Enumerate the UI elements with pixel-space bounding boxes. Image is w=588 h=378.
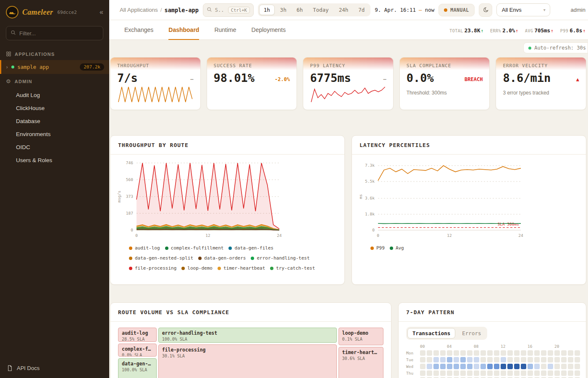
treemap-tile-name: loop-demo <box>342 330 380 336</box>
svg-text:0: 0 <box>377 233 379 238</box>
global-search[interactable]: S... Ctrl+K <box>203 3 254 17</box>
legend-item-timer-heartbeat[interactable]: timer-heartbeat <box>218 265 265 271</box>
kpi-subtext: 3 error types tracked <box>503 90 579 96</box>
legend-dot <box>228 247 232 250</box>
heatmap-cell <box>554 350 560 356</box>
sidebar-collapse-button[interactable]: « <box>100 8 103 16</box>
toggle-errors[interactable]: Errors <box>457 328 486 339</box>
time-range-today[interactable]: Today <box>308 5 333 15</box>
charts-row: THROUGHPUT BY ROUTE 746560373187001224ms… <box>110 135 586 285</box>
heatmap: 000408121620MonTueWedThuFriSatSun <box>399 341 586 378</box>
legend-item-loop-demo[interactable]: loop-demo <box>181 265 213 271</box>
legend-item-data-gen-orders[interactable]: data-gen-orders <box>198 255 246 261</box>
time-range-24h[interactable]: 24h <box>334 5 353 15</box>
heatmap-cell <box>507 370 513 376</box>
search-icon <box>10 29 16 37</box>
heatmap-hour-label <box>568 344 573 349</box>
legend-item-data-gen-nested-split[interactable]: data-gen-nested-split <box>129 255 193 261</box>
treemap-tile-error-handling-test[interactable]: error-handling-test100.0% SLA <box>158 328 337 343</box>
refresh-row: Auto-refresh: 30s <box>110 40 586 57</box>
heatmap-day-label: Mon <box>406 351 419 355</box>
time-range-7d[interactable]: 7d <box>354 5 369 15</box>
treemap: audit-log28.5% SLAcomplex-fulfil...0.0% … <box>110 322 391 378</box>
legend-item-p99[interactable]: P99 <box>370 245 385 251</box>
heatmap-cell <box>487 357 493 362</box>
tab-runtime[interactable]: Runtime <box>214 20 236 40</box>
sidebar-item-sample-app[interactable]: › sample app 207.2k <box>0 60 109 74</box>
search-icon <box>207 6 212 14</box>
svg-text:24: 24 <box>518 233 523 238</box>
heatmap-cell <box>548 357 553 362</box>
heatmap-cell <box>521 357 526 362</box>
legend-item-complex-fulfillment[interactable]: complex-fulfillment <box>165 245 224 251</box>
heatmap-hour-label: 00 <box>420 344 425 349</box>
heatmap-cell <box>460 357 466 362</box>
sidebar-item-environments[interactable]: Environments <box>0 128 109 141</box>
heatmap-cell <box>534 357 540 362</box>
user-menu[interactable]: admin <box>571 7 586 13</box>
heatmap-cell <box>467 370 472 376</box>
time-range-1h[interactable]: 1h <box>259 5 275 15</box>
date-range[interactable]: 9. Apr. 16:11 — now <box>375 7 434 13</box>
heatmap-cell <box>447 364 452 369</box>
sidebar-item-clickhouse[interactable]: ClickHouse <box>0 102 109 115</box>
applications-section-header: APPLICATIONS <box>0 47 109 60</box>
kpi-side-indicator: – <box>383 76 386 84</box>
heatmap-cell <box>480 357 486 362</box>
tab-dashboard[interactable]: Dashboard <box>168 20 199 40</box>
time-range-3h[interactable]: 3h <box>276 5 291 15</box>
kpi-error-velocity: ERROR VELOCITY 8.6/min ▲ 3 error types t… <box>496 57 586 110</box>
legend-item-error-handling-test[interactable]: error-handling-test <box>251 255 310 261</box>
treemap-tile-timer-heartbeat[interactable]: timer-heartbeat30.6% SLA <box>339 347 383 378</box>
breadcrumb-root[interactable]: All Applications <box>120 7 158 13</box>
legend-item-file-processing[interactable]: file-processing <box>129 265 176 271</box>
treemap-tile-sla: 28.5% SLA <box>122 337 153 341</box>
legend-item-avg[interactable]: Avg <box>390 245 404 251</box>
legend-dot <box>390 247 393 250</box>
tab-deployments[interactable]: Deployments <box>252 20 286 40</box>
kpi-side-indicator: – <box>190 76 193 84</box>
heatmap-cell <box>575 364 580 369</box>
legend-item-data-gen-files[interactable]: data-gen-files <box>228 245 273 251</box>
heatmap-cell <box>440 357 446 362</box>
sidebar-item-users-roles[interactable]: Users & Roles <box>0 154 109 167</box>
heatmap-hour-label <box>454 344 459 349</box>
treemap-tile-complex-fulfil[interactable]: complex-fulfil...0.0% SLA <box>118 344 157 357</box>
heatmap-cell <box>474 364 479 369</box>
auto-refresh-control[interactable]: Auto-refresh: 30s <box>523 42 588 53</box>
search-input[interactable]: S... <box>215 7 225 13</box>
heatmap-cell <box>460 350 466 356</box>
legend-item-audit-log[interactable]: audit-log <box>129 245 160 251</box>
cameleer-logo-icon <box>6 6 18 18</box>
heatmap-cell <box>420 364 425 369</box>
toggle-transactions[interactable]: Transactions <box>407 328 455 339</box>
treemap-tile-data-gen-files[interactable]: data-gen-files100.0% SLA <box>118 358 157 378</box>
env-select[interactable]: All Envs ▾ <box>496 3 550 16</box>
treemap-tile-loop-demo[interactable]: loop-demo0.1% SLA <box>339 328 383 345</box>
heatmap-cell <box>507 364 513 369</box>
sidebar-item-api-docs[interactable]: API Docs <box>0 358 109 378</box>
filter-input[interactable] <box>19 30 99 37</box>
sidebar-filter[interactable] <box>6 26 103 40</box>
heatmap-cell <box>575 370 580 376</box>
treemap-tile-audit-log[interactable]: audit-log28.5% SLA <box>118 328 157 342</box>
svg-text:5.5k: 5.5k <box>365 179 375 184</box>
time-range-6h[interactable]: 6h <box>292 5 307 15</box>
sidebar-item-oidc[interactable]: OIDC <box>0 141 109 154</box>
kpi-value: 6775ms <box>310 72 351 84</box>
tab-exchanges[interactable]: Exchanges <box>124 20 153 40</box>
heatmap-cell <box>494 357 499 362</box>
treemap-tile-sla: 100.0% SLA <box>122 368 153 372</box>
heatmap-cell <box>433 364 439 369</box>
manual-refresh-button[interactable]: MANUAL <box>438 4 475 16</box>
chevron-down-icon: ▾ <box>543 8 546 12</box>
svg-text:187: 187 <box>126 211 133 215</box>
heatmap-cell <box>480 364 486 369</box>
heatmap-cell <box>427 357 432 362</box>
treemap-tile-file-processing[interactable]: file-processing30.1% SLA <box>158 344 337 378</box>
kpi-value: 7/s <box>117 72 138 84</box>
legend-item-try-catch-test[interactable]: try-catch-test <box>270 265 315 271</box>
sidebar-item-database[interactable]: Database <box>0 115 109 128</box>
sidebar-item-audit-log[interactable]: Audit Log <box>0 89 109 102</box>
dark-mode-toggle[interactable] <box>479 3 492 17</box>
